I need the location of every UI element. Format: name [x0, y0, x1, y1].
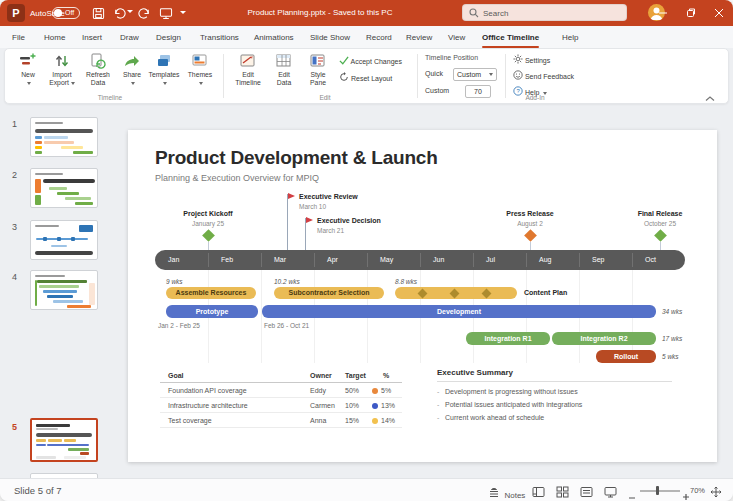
col-owner: Owner [310, 368, 332, 383]
search-icon [469, 8, 479, 20]
close-button[interactable] [705, 0, 733, 26]
slide-thumbnail-3[interactable] [30, 220, 98, 260]
fit-icon [710, 486, 722, 498]
slide-subtitle[interactable]: Planning & Execution Overview for MPIQ [155, 173, 319, 183]
flag-pole [287, 194, 288, 250]
executive-summary[interactable]: Executive Summary Development is progres… [437, 368, 672, 421]
templates-button[interactable]: Templates [147, 52, 181, 87]
fit-to-window-button[interactable] [710, 484, 722, 501]
share-label: Share [123, 71, 141, 78]
milestone-name[interactable]: Executive Decision [317, 217, 381, 224]
slide-thumbnail-2[interactable] [30, 168, 98, 208]
task-bar-development[interactable]: Development [262, 305, 656, 318]
tab-design[interactable]: Design [156, 30, 181, 45]
slide-number: 4 [12, 272, 17, 282]
reading-view-button[interactable] [580, 484, 593, 501]
milestone-name[interactable]: Project Kickoff [163, 210, 253, 217]
orange-diamond-milestone-icon[interactable] [524, 229, 537, 242]
tab-slide-show[interactable]: Slide Show [310, 30, 350, 45]
green-diamond-milestone-icon[interactable] [654, 229, 667, 242]
custom-position-input[interactable]: 70 [465, 85, 491, 98]
themes-button[interactable]: Themes [183, 52, 217, 87]
edit-timeline-label-1: Edit [242, 71, 254, 78]
slide-thumbnail-5-selected[interactable] [30, 418, 98, 462]
edit-timeline-icon [231, 52, 265, 71]
tab-draw[interactable]: Draw [120, 30, 139, 45]
autosave-toggle[interactable]: Off [52, 7, 80, 19]
tab-animations[interactable]: Animations [254, 30, 294, 45]
normal-view-button[interactable] [532, 484, 545, 501]
pct-value: 14% [381, 417, 395, 424]
tab-office-timeline[interactable]: Office Timeline [482, 30, 539, 45]
tab-home[interactable]: Home [44, 30, 65, 45]
slideshow-button[interactable] [604, 484, 617, 501]
task-diamond-icon [482, 288, 492, 298]
task-bar-subcontractor-selection[interactable]: Subcontractor Selection [274, 287, 384, 299]
zoom-slider-track[interactable] [640, 490, 680, 492]
task-bar-prototype[interactable]: Prototype [166, 305, 258, 318]
zoom-level[interactable]: 70% [690, 486, 705, 495]
goals-table[interactable]: Goal Owner Target % Foundation API cover… [160, 368, 402, 428]
quick-access-dropdown-icon[interactable] [180, 11, 186, 14]
milestone-name[interactable]: Executive Review [299, 193, 358, 200]
notes-button[interactable]: Notes [488, 484, 525, 501]
new-timeline-button[interactable]: New [11, 52, 45, 87]
task-bar-content-plan[interactable] [395, 287, 517, 299]
tab-help[interactable]: Help [562, 30, 578, 45]
redo-icon[interactable] [138, 6, 151, 24]
zoom-in-button[interactable] [682, 487, 690, 501]
restore-button[interactable] [677, 0, 705, 26]
task-bar-integration-r2[interactable]: Integration R2 [552, 332, 656, 345]
import-export-button[interactable]: Import Export [45, 52, 79, 87]
save-icon[interactable] [92, 6, 105, 24]
send-feedback-button[interactable]: Send Feedback [513, 70, 574, 80]
zoom-out-button[interactable] [628, 488, 636, 501]
undo-dropdown-icon[interactable] [127, 10, 133, 13]
tab-review[interactable]: Review [406, 30, 432, 45]
style-pane-label-2: Pane [310, 79, 326, 86]
milestone-name[interactable]: Final Release [615, 210, 705, 217]
band-separator [579, 253, 580, 267]
slide-number: 1 [12, 119, 17, 129]
timeline-band[interactable]: Jan Feb Mar Apr May Jun Jul Aug Sep Oct [155, 250, 685, 270]
tab-transitions[interactable]: Transitions [200, 30, 239, 45]
minimize-button[interactable] [649, 0, 677, 26]
tab-record[interactable]: Record [366, 30, 392, 45]
settings-button[interactable]: Settings [513, 54, 550, 64]
present-display-icon[interactable] [159, 6, 173, 24]
slide-thumbnail-1[interactable] [30, 117, 98, 157]
band-separator [473, 253, 474, 267]
slide-title[interactable]: Product Development & Launch [155, 147, 438, 169]
red-flag-milestone-icon[interactable] [288, 193, 295, 199]
group-separator [417, 54, 418, 98]
tab-file[interactable]: File [12, 30, 25, 45]
undo-icon[interactable] [113, 6, 126, 24]
task-bar-integration-r1[interactable]: Integration R1 [466, 332, 550, 345]
task-bar-rollout[interactable]: Rollout [596, 350, 656, 363]
normal-view-icon [532, 486, 545, 498]
reset-layout-button[interactable]: Reset Layout [339, 72, 392, 82]
accept-changes-button[interactable]: Accept Changes [339, 56, 402, 65]
green-diamond-milestone-icon[interactable] [202, 229, 215, 242]
edit-timeline-button[interactable]: Edit Timeline [231, 52, 265, 87]
reset-icon [339, 72, 349, 82]
reading-view-icon [580, 486, 593, 498]
milestone-name[interactable]: Press Release [485, 210, 575, 217]
style-pane-button[interactable]: Style Pane [301, 52, 335, 87]
red-flag-milestone-icon[interactable] [306, 217, 313, 223]
slide-sorter-button[interactable] [556, 484, 569, 501]
month-label: Jan [168, 256, 179, 263]
owner-cell: Eddy [310, 383, 326, 398]
edit-data-button[interactable]: Edit Data [267, 52, 301, 87]
tab-insert[interactable]: Insert [82, 30, 102, 45]
quick-position-select[interactable]: Custom [453, 68, 497, 81]
refresh-data-button[interactable]: Refresh Data [81, 52, 115, 87]
zoom-slider-handle[interactable] [656, 486, 659, 495]
share-button[interactable]: Share [115, 52, 149, 87]
slide-thumbnail-4[interactable] [30, 270, 98, 310]
search-input[interactable]: Search [462, 4, 627, 21]
slide-5[interactable]: Product Development & Launch Planning & … [128, 130, 717, 462]
task-bar-assemble-resources[interactable]: Assemble Resources [166, 287, 256, 299]
tab-view[interactable]: View [448, 30, 465, 45]
content-plan-label[interactable]: Content Plan [524, 289, 567, 296]
